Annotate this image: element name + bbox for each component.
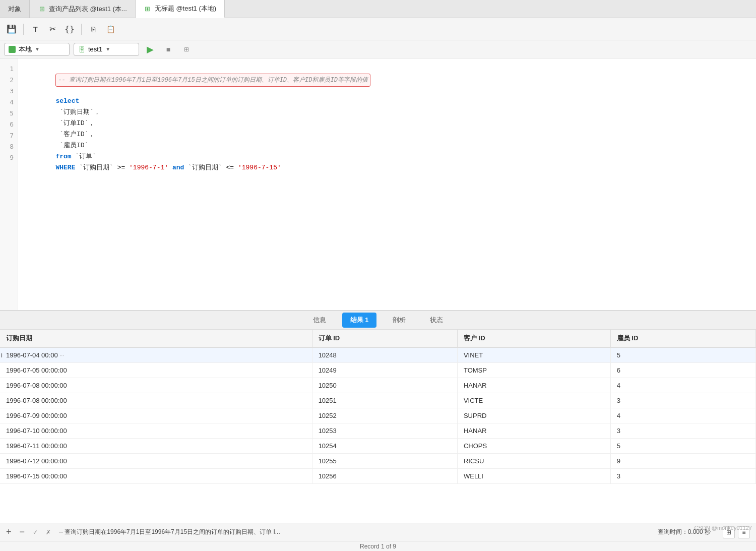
- db-dropdown-arrow: ▼: [105, 46, 110, 52]
- table-name: `订单`: [75, 153, 96, 160]
- and-keyword-space: [168, 164, 172, 171]
- tab-info-label: 信息: [313, 316, 326, 324]
- local-dropdown-arrow: ▼: [35, 46, 40, 52]
- editor-area[interactable]: 1 2 3 4 5 6 7 8 9 -- 查询订购日期在1996年7月1日至19…: [0, 58, 756, 311]
- col-header-orderid: 订单 ID: [312, 330, 457, 347]
- results-table: 订购日期 订单 ID 客户 ID 雇员 ID I1996-07-04 00:00…: [0, 330, 756, 484]
- stop-button[interactable]: ■: [161, 42, 175, 56]
- line-numbers: 1 2 3 4 5 6 7 8 9: [0, 58, 18, 310]
- toolbar-sep-2: [81, 24, 82, 35]
- table-row[interactable]: 1996-07-05 00:00:0010249TOMSP6: [0, 363, 756, 378]
- field-2: `订单ID`，: [55, 119, 95, 127]
- editor-line-4: `订购日期`，: [24, 96, 750, 107]
- cell-orderid: 10255: [312, 454, 457, 469]
- toolbar: 💾 T ✂ {} ⎘ 📋: [0, 18, 756, 40]
- scissors-button[interactable]: ✂: [45, 22, 60, 36]
- main-container: 1 2 3 4 5 6 7 8 9 -- 查询订购日期在1996年7月1日至19…: [0, 58, 756, 551]
- paste-button[interactable]: 📋: [103, 22, 118, 36]
- remove-row-button[interactable]: −: [20, 527, 25, 537]
- tab-query-products[interactable]: ⊞ 查询产品列表 @test1 (本...: [30, 0, 136, 18]
- cell-employeeid: 4: [610, 408, 755, 423]
- tab-status[interactable]: 状态: [422, 313, 451, 328]
- where-op-2: <=: [222, 164, 238, 171]
- table-row[interactable]: 1996-07-11 00:00:0010254CHOPS5: [0, 439, 756, 454]
- record-indicator: Record 1 of 9: [360, 543, 396, 550]
- where-field-2: `订购日期`: [188, 164, 222, 171]
- cell-date: 1996-07-12 00:00:00: [0, 454, 312, 469]
- cell-employeeid: 4: [610, 378, 755, 393]
- where-field-1: `订购日期`: [79, 164, 113, 171]
- copy-button[interactable]: ⎘: [86, 22, 101, 36]
- editor-line-9: WHERE `订购日期` >= '1996-7-1' and `订购日期` <=…: [24, 151, 750, 162]
- tab-objects[interactable]: 对象: [0, 0, 30, 18]
- cell-date: 1996-07-08 00:00:00: [0, 378, 312, 393]
- comment-highlight: -- 查询订购日期在1996年7月1日至1996年7月15日之间的订单的订购日期…: [55, 74, 370, 87]
- cell-employeeid: 9: [610, 454, 755, 469]
- cell-date: 1996-07-05 00:00:00: [0, 363, 312, 378]
- connection-bar: 本地 ▼ 🗄 test1 ▼ ▶ ■ ⊞: [0, 40, 756, 58]
- objects-tab-label: 对象: [8, 5, 21, 14]
- cell-date: I1996-07-04 00:00 ···: [0, 347, 312, 363]
- watermark: CSDN @monkey01127: [695, 525, 752, 531]
- cell-customerid: WELLI: [457, 469, 610, 484]
- col-header-employeeid: 雇员 ID: [610, 330, 755, 347]
- result-tabs: 信息 结果 1 剖析 状态: [0, 311, 756, 330]
- editor-line-8: from `订单`: [24, 140, 750, 151]
- text-button[interactable]: T: [28, 22, 43, 36]
- select-keyword: select: [55, 97, 79, 105]
- table-row[interactable]: 1996-07-08 00:00:0010251VICTE3: [0, 393, 756, 408]
- run-button[interactable]: ▶: [143, 42, 157, 56]
- cell-orderid: 10256: [312, 469, 457, 484]
- status-query-text: -- 查询订购日期在1996年7月1日至1996年7月15日之间的订单的订购日期…: [59, 528, 650, 536]
- table-row[interactable]: 1996-07-08 00:00:0010250HANAR4: [0, 378, 756, 393]
- apply-button[interactable]: ✓: [33, 529, 38, 536]
- results-area[interactable]: 订购日期 订单 ID 客户 ID 雇员 ID I1996-07-04 00:00…: [0, 330, 756, 551]
- cell-orderid: 10248: [312, 347, 457, 363]
- add-row-button[interactable]: +: [6, 527, 12, 537]
- table-row[interactable]: 1996-07-12 00:00:0010255RICSU9: [0, 454, 756, 469]
- cell-employeeid: 3: [610, 423, 755, 439]
- editor-content[interactable]: -- 查询订购日期在1996年7月1日至1996年7月15日之间的订单的订购日期…: [18, 58, 756, 310]
- cell-orderid: 10251: [312, 393, 457, 408]
- extra-button[interactable]: ⊞: [179, 42, 194, 56]
- from-keyword: from: [55, 153, 75, 160]
- save-button[interactable]: 💾: [4, 22, 19, 36]
- field-4: `雇员ID`: [55, 142, 88, 149]
- col-header-customerid: 客户 ID: [457, 330, 610, 347]
- db-selector[interactable]: 🗄 test1 ▼: [74, 43, 139, 56]
- local-indicator: [9, 46, 16, 53]
- cell-orderid: 10253: [312, 423, 457, 439]
- cell-customerid: VINET: [457, 347, 610, 363]
- where-val-2: '1996-7-15': [238, 164, 281, 171]
- where-keyword: WHERE: [55, 164, 79, 171]
- editor-line-6: `客户ID`，: [24, 118, 750, 129]
- local-selector[interactable]: 本地 ▼: [4, 43, 70, 56]
- where-val-1: '1996-7-1': [129, 164, 168, 171]
- table-row[interactable]: 1996-07-15 00:00:0010256WELLI3: [0, 469, 756, 484]
- tab-info[interactable]: 信息: [305, 313, 334, 328]
- db-label: test1: [88, 45, 102, 53]
- local-label: 本地: [19, 45, 32, 54]
- cell-date: 1996-07-10 00:00:00: [0, 423, 312, 439]
- editor-line-7: `雇员ID`: [24, 129, 750, 140]
- tab-untitled[interactable]: ⊞ 无标题 @test1 (本地): [136, 0, 225, 18]
- cell-date: 1996-07-09 00:00:00: [0, 408, 312, 423]
- table-row[interactable]: I1996-07-04 00:00 ···10248VINET5: [0, 347, 756, 363]
- and-keyword: and: [172, 164, 184, 171]
- cancel-button[interactable]: ✗: [46, 529, 51, 536]
- db-icon: 🗄: [78, 45, 85, 53]
- where-field-2-space: [184, 164, 188, 171]
- cell-employeeid: 3: [610, 469, 755, 484]
- cell-customerid: SUPRD: [457, 408, 610, 423]
- tab-analyze-label: 剖析: [393, 316, 406, 324]
- braces-button[interactable]: {}: [62, 22, 77, 36]
- tab-result1[interactable]: 结果 1: [342, 313, 377, 328]
- cell-employeeid: 3: [610, 393, 755, 408]
- toolbar-sep-1: [23, 24, 24, 35]
- cell-orderid: 10249: [312, 363, 457, 378]
- tab-analyze[interactable]: 剖析: [385, 313, 414, 328]
- table-row[interactable]: 1996-07-09 00:00:0010252SUPRD4: [0, 408, 756, 423]
- table-row[interactable]: 1996-07-10 00:00:0010253HANAR3: [0, 423, 756, 439]
- where-op-1: >=: [113, 164, 129, 171]
- bottom-section: 信息 结果 1 剖析 状态 订购日期 订单 ID 客户 ID 雇员 ID: [0, 311, 756, 551]
